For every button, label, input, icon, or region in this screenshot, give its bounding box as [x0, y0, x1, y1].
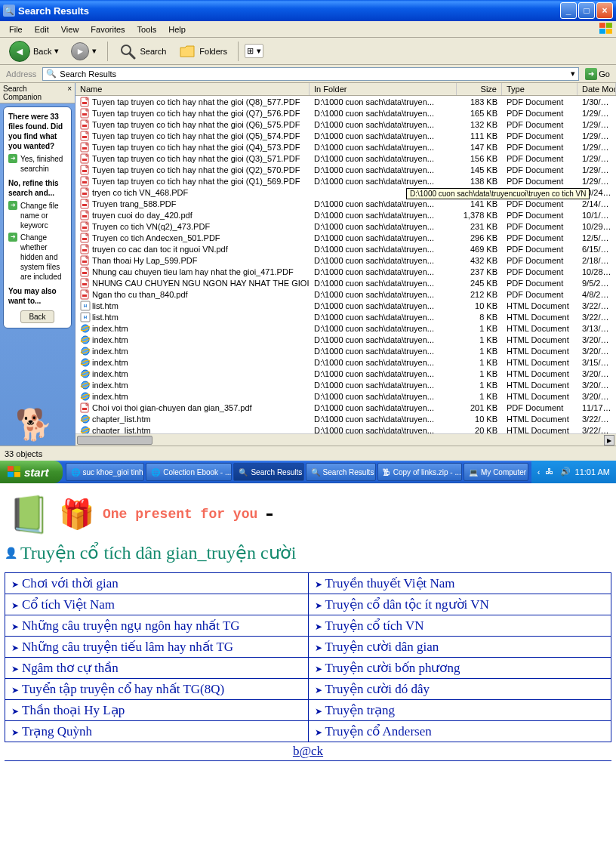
horizontal-scrollbar[interactable]: ▶	[75, 433, 616, 446]
link-cell[interactable]: ➤Truyện cổ tích VN	[308, 615, 611, 637]
taskbar-item[interactable]: 🗜Copy of links.zip - ...	[377, 463, 462, 481]
table-row[interactable]: Choi voi thoi gian-chuyen dan gian_357.p…	[75, 402, 616, 413]
link-cell[interactable]: ➤Truyện cổ Andersen	[308, 721, 611, 742]
go-button[interactable]: ➜ Go	[582, 68, 613, 80]
table-row[interactable]: index.htmD:\1000 cuon sach\data\truyen..…	[75, 334, 616, 345]
table-row[interactable]: NHUNG CAU CHUYEN NGU NGON HAY NHAT THE G…	[75, 277, 616, 288]
tray-volume-icon[interactable]: 🔊	[560, 467, 571, 477]
link-cell[interactable]: ➤Cổ tích Việt Nam	[5, 594, 309, 615]
menu-favorites[interactable]: Favorites	[85, 23, 131, 35]
companion-close-icon[interactable]: ×	[67, 85, 72, 101]
search-button[interactable]: Search	[114, 40, 171, 63]
table-row[interactable]: index.htmD:\1000 cuon sach\data\truyen..…	[75, 345, 616, 356]
back-button[interactable]: ◄ Back ▾	[5, 39, 63, 64]
table-row[interactable]: Tuyen tap truyen co tich hay nhat the gi…	[75, 130, 616, 141]
maximize-button[interactable]: □	[578, 2, 595, 19]
col-folder[interactable]: In Folder	[310, 83, 457, 95]
file-name: Ngan tho cu than_840.pdf	[92, 290, 188, 299]
table-row[interactable]: Than thoai Hy Lap_599.PDFD:\1000 cuon sa…	[75, 254, 616, 266]
file-folder: D:\1000 cuon sach\data\truyen...	[310, 403, 457, 412]
table-row[interactable]: Tuyen tap truyen co tich hay nhat the gi…	[75, 119, 616, 130]
text-cursor	[266, 513, 273, 516]
menubar: File Edit View Favorites Tools Help	[0, 21, 616, 38]
taskbar-item[interactable]: 🌐Colection Ebook - ...	[146, 463, 232, 481]
link-cell[interactable]: ➤Truyện cổ dân tộc ít người VN	[308, 594, 611, 615]
table-row[interactable]: index.htmD:\1000 cuon sach\data\truyen..…	[75, 322, 616, 334]
taskbar-item[interactable]: 🔍Search Results	[306, 463, 376, 481]
back-link[interactable]: b@ck	[5, 744, 611, 759]
table-row[interactable]: Tuyen tap truyen co tich hay nhat the gi…	[75, 107, 616, 119]
table-row[interactable]: Truyen co tich Andecxen_501.PDFD:\1000 c…	[75, 232, 616, 243]
table-row[interactable]: list.htmD:\1000 cuon sach\data\truyen...…	[75, 300, 616, 311]
file-type: PDF Document	[502, 120, 578, 129]
table-row[interactable]: Tuyen tap truyen co tich hay nhat the gi…	[75, 141, 616, 153]
address-field[interactable]: 🔍 Search Results ▾	[42, 67, 579, 81]
option-yes-finished[interactable]: ➜ Yes, finished searchin	[8, 154, 66, 174]
folders-button[interactable]: Folders	[174, 40, 232, 63]
table-row[interactable]: truyen cuoi do day_420.pdfD:\1000 cuon s…	[75, 209, 616, 220]
table-row[interactable]: Ngan tho cu than_840.pdfD:\1000 cuon sac…	[75, 288, 616, 300]
taskbar-item[interactable]: 🌐suc khoe_gioi tinh	[66, 463, 145, 481]
table-row[interactable]: Tuyen tap truyen co tich hay nhat the gi…	[75, 175, 616, 187]
link-cell[interactable]: ➤Những câu truyện tiếu lâm hay nhất TG	[5, 637, 309, 658]
col-name[interactable]: Name	[75, 83, 310, 95]
menu-view[interactable]: View	[55, 23, 85, 35]
table-row[interactable]: index.htmD:\1000 cuon sach\data\truyen..…	[75, 390, 616, 402]
menu-help[interactable]: Help	[162, 23, 192, 35]
file-name: Tuyen tap truyen co tich hay nhat the gi…	[92, 154, 300, 163]
table-row[interactable]: index.htmD:\1000 cuon sach\data\truyen..…	[75, 356, 616, 368]
scrollbar-thumb[interactable]	[77, 436, 152, 445]
col-type[interactable]: Type	[502, 83, 578, 95]
col-size[interactable]: Size	[457, 83, 502, 95]
tray-expand-icon[interactable]: ‹	[537, 467, 541, 476]
table-row[interactable]: chapter_list.htmD:\1000 cuon sach\data\t…	[75, 424, 616, 433]
option-change-name[interactable]: ➜ Change file name or keyworc	[8, 201, 66, 230]
tray-network-icon[interactable]: 🖧	[545, 467, 556, 477]
link-cell[interactable]: ➤Ngâm thơ cự thần	[5, 658, 309, 679]
file-size: 156 KB	[457, 154, 502, 163]
search-dog-icon[interactable]: 🐕	[15, 407, 53, 443]
table-row[interactable]: Tuyen tap truyen co tich hay nhat the gi…	[75, 164, 616, 175]
menu-tools[interactable]: Tools	[131, 23, 163, 35]
table-row[interactable]: list.htmD:\1000 cuon sach\data\truyen...…	[75, 311, 616, 322]
link-cell[interactable]: ➤Truyện cười dân gian	[308, 637, 611, 658]
ie-file-icon	[80, 391, 91, 402]
menu-file[interactable]: File	[3, 23, 29, 35]
file-date: 3/20/2005 1:39 AM	[578, 347, 616, 356]
link-cell[interactable]: ➤Truyền thuyết Việt Nam	[308, 573, 611, 594]
table-row[interactable]: truyen co cac dan toc it nguoi VN.pdfD:\…	[75, 243, 616, 254]
minimize-button[interactable]: _	[560, 2, 577, 19]
close-button[interactable]: ×	[596, 2, 613, 19]
toolbar-separator	[107, 42, 108, 61]
scroll-right-icon[interactable]: ▶	[604, 435, 614, 446]
table-row[interactable]: Truyen co tich VN(q2)_473.PDFD:\1000 cuo…	[75, 220, 616, 232]
col-date[interactable]: Date Modified	[578, 83, 616, 95]
table-row[interactable]: Tuyen tap truyen co tich hay nhat the gi…	[75, 96, 616, 107]
clock[interactable]: 11:01 AM	[575, 467, 610, 476]
link-cell[interactable]: ➤Tuyển tập truyện cổ hay nhất TG(8Q)	[5, 679, 309, 700]
views-button[interactable]: ⊞ ▾	[245, 44, 263, 58]
start-button[interactable]: start	[0, 461, 63, 483]
table-row[interactable]: chapter_list.htmD:\1000 cuon sach\data\t…	[75, 413, 616, 424]
link-cell[interactable]: ➤Trạng Quỳnh	[5, 721, 309, 742]
table-row[interactable]: Truyen trang_588.PDFD:\1000 cuon sach\da…	[75, 198, 616, 209]
link-cell[interactable]: ➤Truyện trạng	[308, 700, 611, 721]
option-change-hidden[interactable]: ➜ Change whether hidden and system files…	[8, 233, 66, 282]
companion-back-button[interactable]: Back	[20, 310, 54, 323]
table-row[interactable]: Nhung cau chuyen tieu lam hay nhat the g…	[75, 266, 616, 277]
link-cell[interactable]: ➤Thần thoại Hy Lạp	[5, 700, 309, 721]
menu-edit[interactable]: Edit	[29, 23, 55, 35]
link-cell[interactable]: ➤Truyện cười đó đây	[308, 679, 611, 700]
table-row[interactable]: index.htmD:\1000 cuon sach\data\truyen..…	[75, 368, 616, 379]
taskbar-item[interactable]: 💻My Computer	[464, 463, 528, 481]
dropdown-arrow-icon[interactable]: ▾	[571, 69, 575, 79]
taskbar-item[interactable]: 🔍Search Results	[233, 463, 303, 481]
file-folder: D:\1000 cuon sach\data\truyen...	[310, 324, 457, 333]
link-cell[interactable]: ➤Truyện cười bốn phương	[308, 658, 611, 679]
table-row[interactable]: index.htmD:\1000 cuon sach\data\truyen..…	[75, 379, 616, 390]
link-cell[interactable]: ➤Những câu truyện ngụ ngôn hay nhất TG	[5, 615, 309, 637]
file-size: 1 KB	[457, 335, 502, 344]
link-cell[interactable]: ➤Chơi với thời gian	[5, 573, 309, 594]
forward-button[interactable]: ► ▾	[66, 40, 101, 63]
table-row[interactable]: Tuyen tap truyen co tich hay nhat the gi…	[75, 153, 616, 164]
